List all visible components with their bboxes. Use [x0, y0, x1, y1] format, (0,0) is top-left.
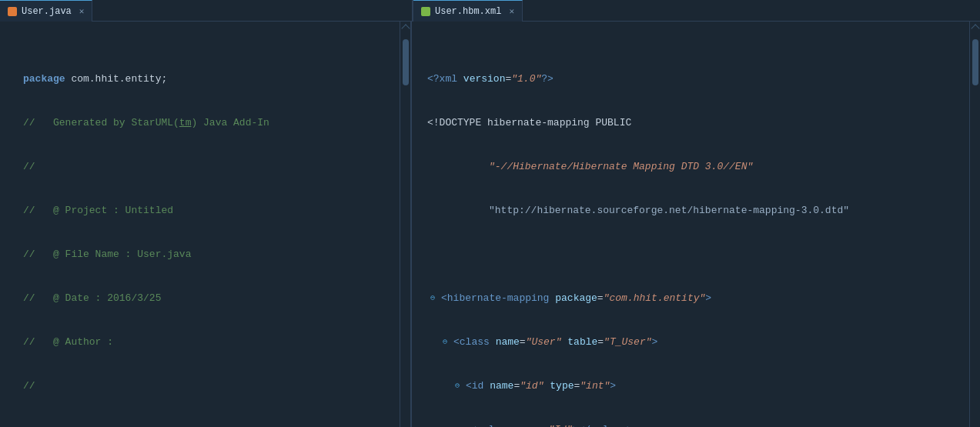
xml-pane: <?xml version="1.0"?> <!DOCTYPE hibernat… [412, 22, 980, 427]
tab-close-java[interactable]: ✕ [79, 6, 85, 16]
java-line-3: // [23, 159, 392, 174]
java-line-8: // [23, 379, 392, 393]
java-line-blank [23, 422, 392, 427]
java-line-1: package com.hhit.entity; [23, 72, 392, 86]
comment: // Generated by StarUML(tm) Java Add-In [23, 115, 269, 130]
xml-line-doctype1: <!DOCTYPE hibernate-mapping PUBLIC [427, 115, 962, 130]
java-code-content: package com.hhit.entity; // Generated by… [0, 22, 400, 427]
java-line-7: // @ Author : [23, 335, 392, 349]
xml-scroll-up-arrow[interactable] [971, 24, 979, 32]
xml-code-content: <?xml version="1.0"?> <!DOCTYPE hibernat… [412, 22, 969, 427]
tab-user-java[interactable]: User.java ✕ [0, 0, 92, 22]
scroll-up-arrow[interactable] [401, 24, 410, 32]
xml-icon [421, 7, 430, 16]
fold-class[interactable]: ⊖ [443, 335, 450, 349]
panes: package com.hhit.entity; // Generated by… [0, 22, 980, 427]
xml-line-doctype3: "http://hibernate.sourceforge.net/hibern… [427, 203, 962, 218]
xml-line-doctype2: "-//Hibernate/Hibernate Mapping DTD 3.0/… [427, 159, 962, 174]
kw: package [23, 72, 65, 86]
java-code-area[interactable]: package com.hhit.entity; // Generated by… [0, 22, 410, 427]
xml-hibernate-mapping: ⊖ <hibernate-mapping package="com.hhit.e… [427, 291, 962, 305]
java-icon [8, 7, 17, 16]
tab-label-xml: User.hbm.xml [435, 6, 501, 17]
xml-scrollbar[interactable] [969, 22, 980, 427]
tab-close-xml[interactable]: ✕ [509, 6, 514, 16]
java-line-5: // @ File Name : User.java [23, 247, 392, 262]
tab-user-xml[interactable]: User.hbm.xml ✕ [413, 0, 523, 22]
java-scrollbar[interactable] [400, 22, 410, 427]
xml-id: ⊖ <id name="id" type="int"> [427, 379, 962, 393]
java-line-2: // Generated by StarUML(tm) Java Add-In [23, 115, 392, 130]
editor-container: User.java ✕ User.hbm.xml ✕ package com.h… [0, 0, 980, 427]
fold-hibernate[interactable]: ⊖ [430, 291, 438, 305]
java-line-6: // @ Date : 2016/3/25 [23, 291, 392, 305]
xml-class: ⊖ <class name="User" table="T_User"> [427, 335, 962, 349]
xml-code-area[interactable]: <?xml version="1.0"?> <!DOCTYPE hibernat… [412, 22, 980, 427]
xml-scroll-thumb[interactable] [972, 39, 978, 85]
right-tab-bar: User.hbm.xml ✕ [413, 0, 980, 22]
fold-id[interactable]: ⊖ [455, 379, 463, 393]
java-scroll-thumb[interactable] [403, 39, 409, 85]
left-tab-bar: User.java ✕ [0, 0, 412, 22]
xml-line-pi: <?xml version="1.0"?> [427, 72, 962, 86]
java-pane: package com.hhit.entity; // Generated by… [0, 22, 412, 427]
xml-column-id: <column name="Id"></column> [427, 422, 962, 427]
xml-blank1 [427, 247, 962, 262]
tab-label-java: User.java [22, 6, 72, 17]
java-line-4: // @ Project : Untitled [23, 203, 392, 218]
